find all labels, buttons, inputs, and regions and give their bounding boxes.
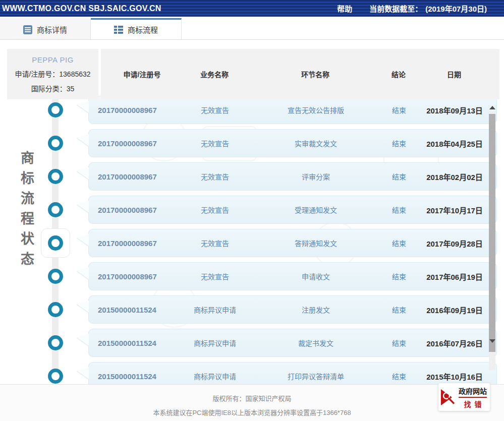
cell-date: 2018年04月25日 bbox=[417, 138, 492, 149]
cell-step-name: 答辩通知发文 bbox=[250, 238, 381, 248]
table-row: 20170000008967 无效宣告 评审分案 结束 2018年02月02日 bbox=[0, 162, 504, 196]
scroll-down-icon[interactable] bbox=[489, 339, 495, 343]
document-icon bbox=[23, 25, 32, 34]
cell-step-name: 裁定书发文 bbox=[250, 338, 381, 348]
cell-application-number: 20170000008967 bbox=[89, 206, 180, 214]
cell-conclusion: 结束 bbox=[381, 105, 417, 115]
cell-application-number: 20170000008967 bbox=[89, 139, 180, 148]
data-cutoff-value: (2019年07月30日) bbox=[425, 3, 487, 14]
cell-conclusion: 结束 bbox=[381, 138, 417, 148]
cell-date: 2017年10月17日 bbox=[417, 205, 492, 215]
timeline-node-icon bbox=[48, 369, 63, 384]
cell-business-name: 商标异议申请 bbox=[180, 305, 250, 315]
vertical-scrollbar bbox=[488, 96, 496, 384]
cell-step-name: 实审裁文发文 bbox=[250, 138, 381, 148]
tab-label: 商标流程 bbox=[128, 24, 158, 35]
cell-business-name: 无效宣告 bbox=[180, 205, 250, 215]
cell-application-number: 20150000011524 bbox=[89, 306, 180, 314]
badge-line2: 找错 bbox=[461, 399, 485, 409]
table-row: 20150000011524 商标异议申请 注册发文 结束 2016年09月19… bbox=[0, 295, 504, 329]
international-class: 国际分类：35 bbox=[31, 83, 75, 93]
cell-step-name: 申请收文 bbox=[250, 271, 381, 281]
process-row-bubble: 20170000008967 无效宣告 宣告无效公告排版 结束 2018年09月… bbox=[88, 96, 497, 124]
tab-trademark-details[interactable]: 商标详情 bbox=[0, 18, 91, 39]
table-row: 20170000008967 无效宣告 受理通知发文 结束 2017年10月17… bbox=[0, 196, 504, 229]
cell-step-name: 受理通知发文 bbox=[250, 205, 381, 215]
cell-conclusion: 结束 bbox=[381, 205, 417, 215]
col-step-name: 环节名称 bbox=[250, 69, 381, 79]
tab-label: 商标详情 bbox=[37, 24, 67, 35]
cell-business-name: 无效宣告 bbox=[180, 105, 250, 115]
page-footer: 版权所有：国家知识产权局 本系统建议在PC端使用IE8以上版本浏览器分辨率设置高… bbox=[0, 384, 504, 421]
cell-step-name: 注册发文 bbox=[250, 305, 381, 315]
cell-business-name: 无效宣告 bbox=[180, 238, 250, 248]
process-row-bubble: 20150000011524 商标异议申请 裁定书发文 结束 2016年07月2… bbox=[88, 329, 497, 357]
process-row-bubble: 20170000008967 无效宣告 答辩通知发文 结束 2017年09月28… bbox=[88, 229, 497, 257]
data-cutoff-label: 当前数据截至： bbox=[369, 3, 422, 14]
help-link[interactable]: 帮助 bbox=[337, 3, 352, 14]
cell-application-number: 20170000008967 bbox=[89, 172, 180, 181]
cell-conclusion: 结束 bbox=[381, 271, 417, 281]
cell-step-name: 打印异议答辩清单 bbox=[250, 371, 381, 381]
process-row-bubble: 20170000008967 无效宣告 评审分案 结束 2018年02月02日 bbox=[88, 162, 497, 191]
cell-application-number: 20150000011524 bbox=[89, 372, 180, 381]
table-row: 20150000011524 商标异议申请 裁定书发文 结束 2016年07月2… bbox=[0, 329, 504, 362]
col-business-name: 业务名称 bbox=[179, 69, 250, 79]
cell-date: 2018年09月13日 bbox=[417, 105, 492, 115]
table-row: 20150000011524 商标异议申请 打印异议答辩清单 结束 2015年1… bbox=[0, 362, 504, 384]
data-cutoff: 当前数据截至： (2019年07月30日) bbox=[369, 3, 487, 14]
cell-step-name: 评审分案 bbox=[250, 171, 381, 182]
scrollbar-thumb[interactable] bbox=[489, 114, 495, 352]
cell-date: 2016年07月26日 bbox=[417, 338, 492, 348]
scroll-up-icon[interactable] bbox=[489, 106, 495, 109]
magnifier-flag-icon bbox=[440, 389, 456, 406]
cell-conclusion: 结束 bbox=[381, 371, 417, 381]
process-row-bubble: 20150000011524 商标异议申请 打印异议答辩清单 结束 2015年1… bbox=[88, 362, 497, 384]
table-row: 20170000008967 无效宣告 申请收文 结束 2017年06月19日 bbox=[0, 262, 504, 295]
cell-date: 2017年09月28日 bbox=[417, 238, 492, 249]
cell-application-number: 20170000008967 bbox=[89, 239, 180, 248]
col-date: 日期 bbox=[416, 69, 492, 79]
timeline-node-icon bbox=[48, 136, 63, 151]
cell-date: 2018年02月02日 bbox=[417, 171, 492, 182]
cell-conclusion: 结束 bbox=[381, 338, 417, 348]
table-row: 20170000008967 无效宣告 答辩通知发文 结束 2017年09月28… bbox=[0, 229, 504, 262]
trademark-name: PEPPA PIG bbox=[32, 55, 74, 64]
cell-business-name: 无效宣告 bbox=[180, 271, 250, 281]
trademark-status-page: WWW.CTMO.GOV.CN SBJ.SAIC.GOV.CN 帮助 当前数据截… bbox=[0, 0, 504, 421]
timeline-node-icon bbox=[48, 335, 63, 350]
col-conclusion: 结论 bbox=[381, 69, 416, 79]
browser-advice-text: 本系统建议在PC端使用IE8以上版本浏览器分辨率设置高于1366*768 bbox=[0, 407, 504, 417]
timeline-node-icon bbox=[48, 235, 63, 251]
timeline-node-icon bbox=[48, 169, 63, 184]
cell-business-name: 商标异议申请 bbox=[180, 371, 250, 381]
list-icon bbox=[114, 25, 123, 34]
timeline-node-icon bbox=[48, 269, 63, 284]
cell-business-name: 商标异议申请 bbox=[180, 338, 250, 348]
table-row: 20170000008967 无效宣告 实审裁文发文 结束 2018年04月25… bbox=[0, 129, 504, 162]
trademark-info-panel: PEPPA PIG 申请/注册号：13685632 国际分类：35 bbox=[7, 49, 98, 99]
timeline-node-icon bbox=[48, 202, 63, 217]
cell-conclusion: 结束 bbox=[381, 305, 417, 315]
cell-conclusion: 结束 bbox=[381, 238, 417, 248]
cell-date: 2016年09月19日 bbox=[417, 305, 492, 315]
cell-date: 2015年10月16日 bbox=[417, 371, 492, 382]
cell-conclusion: 结束 bbox=[381, 171, 417, 182]
copyright-text: 版权所有：国家知识产权局 bbox=[0, 393, 504, 403]
col-application-number: 申请/注册号 bbox=[101, 69, 179, 79]
tab-bar: 商标详情 商标流程 bbox=[0, 18, 504, 40]
cell-business-name: 无效宣告 bbox=[180, 138, 250, 148]
top-bar: WWW.CTMO.GOV.CN SBJ.SAIC.GOV.CN 帮助 当前数据截… bbox=[0, 0, 504, 17]
cell-application-number: 20170000008967 bbox=[89, 106, 180, 114]
table-row: 20170000008967 无效宣告 宣告无效公告排版 结束 2018年09月… bbox=[0, 96, 504, 129]
cell-business-name: 无效宣告 bbox=[180, 171, 250, 182]
badge-line1: 政府网站 bbox=[459, 386, 487, 398]
process-rows-list: 20170000008967 无效宣告 宣告无效公告排版 结束 2018年09月… bbox=[0, 96, 504, 384]
tab-trademark-process[interactable]: 商标流程 bbox=[91, 18, 182, 39]
timeline-node-icon bbox=[48, 302, 63, 317]
process-row-bubble: 20170000008967 无效宣告 申请收文 结束 2017年06月19日 bbox=[88, 262, 497, 290]
process-row-bubble: 20150000011524 商标异议申请 注册发文 结束 2016年09月19… bbox=[88, 295, 497, 324]
process-row-bubble: 20170000008967 无效宣告 受理通知发文 结束 2017年10月17… bbox=[88, 196, 497, 224]
gov-error-report-badge[interactable]: 政府网站 找错 bbox=[438, 383, 490, 411]
cell-application-number: 20150000011524 bbox=[89, 339, 180, 347]
